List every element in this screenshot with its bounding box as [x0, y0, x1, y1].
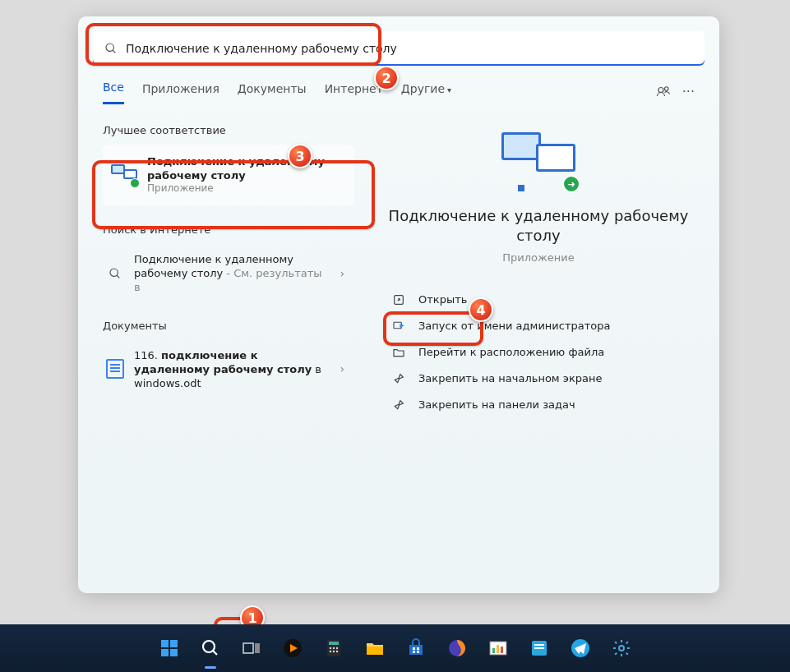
svg-rect-30	[417, 651, 419, 653]
svg-point-4	[110, 269, 118, 276]
svg-rect-34	[497, 645, 499, 653]
action-open-location[interactable]: Перейти к расположению файла	[384, 339, 693, 366]
search-icon	[104, 42, 118, 55]
rdp-app-icon	[111, 162, 137, 188]
search-bar[interactable]	[93, 31, 705, 66]
svg-rect-28	[417, 647, 419, 650]
action-open[interactable]: Открыть	[384, 287, 693, 313]
svg-rect-19	[329, 642, 339, 645]
svg-rect-14	[243, 643, 253, 653]
svg-rect-10	[161, 649, 169, 656]
start-button[interactable]	[153, 632, 186, 665]
annotation-callout-4: 4	[469, 297, 493, 322]
tab-documents[interactable]: Документы	[238, 82, 307, 104]
rdp-large-icon: ➜	[501, 132, 575, 191]
svg-rect-8	[161, 640, 169, 647]
web-result-text: Подключение к удаленному рабочему столу …	[134, 252, 330, 294]
best-match-result[interactable]: Подключение к удаленному рабочему столу …	[103, 145, 354, 205]
svg-rect-35	[501, 647, 503, 653]
chevron-right-icon: ›	[340, 267, 344, 280]
svg-point-25	[335, 651, 337, 652]
chevron-down-icon: ▾	[447, 85, 451, 94]
taskbar-microsoft-store[interactable]	[400, 632, 432, 665]
svg-line-13	[213, 651, 217, 655]
chevron-right-icon: ›	[340, 362, 344, 375]
admin-shield-icon	[392, 320, 407, 333]
taskbar-calculator[interactable]	[317, 632, 350, 665]
search-icon	[106, 265, 124, 283]
filter-tabs: Все Приложения Документы Интернет Другие…	[78, 66, 719, 104]
action-pin-start[interactable]: Закрепить на начальном экране	[384, 366, 693, 392]
pin-icon	[392, 372, 407, 385]
document-icon	[106, 360, 124, 378]
taskbar-settings[interactable]	[605, 632, 638, 665]
annotation-callout-2: 2	[374, 66, 399, 90]
best-match-label: Лучшее соответствие	[103, 124, 354, 136]
web-search-label: Поиск в Интернете	[103, 223, 354, 236]
preview-subtitle: Приложение	[374, 251, 703, 264]
svg-line-1	[113, 50, 115, 53]
svg-point-24	[332, 651, 334, 652]
svg-rect-9	[170, 640, 178, 647]
open-icon	[392, 293, 407, 306]
svg-rect-15	[255, 643, 260, 653]
task-view-button[interactable]	[235, 632, 268, 665]
taskbar-app-blue[interactable]	[523, 632, 556, 665]
svg-point-0	[106, 44, 113, 51]
svg-point-3	[664, 86, 668, 90]
document-result[interactable]: 116. подключение к удаленному рабочему с…	[103, 340, 354, 398]
action-run-admin[interactable]: Запуск от имени администратора	[384, 313, 693, 339]
documents-label: Документы	[103, 320, 354, 332]
tab-more[interactable]: Другие▾	[401, 82, 451, 104]
preview-title: Подключение к удаленному рабочему столу	[374, 206, 703, 246]
pin-icon	[392, 398, 407, 412]
svg-rect-26	[367, 647, 383, 655]
document-result-text: 116. подключение к удаленному рабочему с…	[134, 348, 330, 390]
svg-point-21	[332, 647, 334, 649]
taskbar-media-player[interactable]	[276, 632, 309, 665]
svg-rect-29	[413, 651, 415, 653]
svg-point-2	[658, 87, 663, 92]
tab-all[interactable]: Все	[103, 81, 124, 104]
svg-rect-33	[492, 648, 495, 653]
svg-rect-27	[413, 647, 415, 650]
search-input[interactable]	[126, 42, 693, 55]
taskbar-firefox[interactable]	[441, 632, 474, 665]
more-options-icon[interactable]: ···	[682, 84, 695, 102]
taskbar-file-explorer[interactable]	[358, 632, 391, 665]
tab-apps[interactable]: Приложения	[142, 82, 219, 104]
taskbar-telegram[interactable]	[564, 632, 597, 665]
windows-search-panel: Все Приложения Документы Интернет Другие…	[78, 16, 719, 593]
tab-web[interactable]: Интернет	[325, 82, 383, 104]
best-match-text: Подключение к удаленному рабочему столу …	[147, 154, 346, 196]
web-search-result[interactable]: Подключение к удаленному рабочему столу …	[103, 244, 354, 302]
folder-icon	[392, 346, 407, 359]
account-icon[interactable]	[656, 84, 671, 102]
taskbar-search[interactable]	[194, 632, 227, 665]
svg-rect-37	[534, 644, 544, 646]
svg-point-23	[329, 651, 330, 652]
svg-rect-38	[534, 647, 544, 649]
svg-rect-11	[170, 649, 178, 656]
svg-point-22	[335, 647, 337, 649]
svg-point-40	[619, 646, 624, 651]
action-pin-taskbar[interactable]: Закрепить на панели задач	[384, 392, 693, 418]
taskbar	[0, 624, 790, 672]
taskbar-chart-app[interactable]	[482, 632, 515, 665]
annotation-callout-3: 3	[288, 144, 312, 168]
svg-line-5	[117, 275, 119, 278]
svg-point-12	[203, 641, 215, 652]
svg-point-20	[329, 647, 330, 649]
